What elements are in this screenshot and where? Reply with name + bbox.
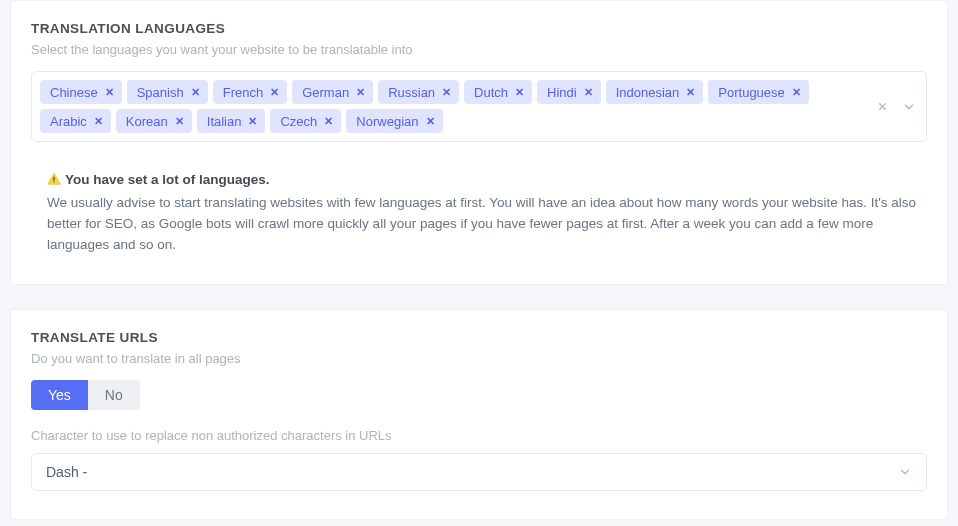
chevron-down-icon[interactable] [902,100,916,114]
language-tag-label: Korean [126,115,168,128]
remove-language-icon[interactable]: ✕ [191,87,200,98]
language-tag: Hindi✕ [537,80,601,104]
language-tag-label: Chinese [50,86,98,99]
language-tag-label: Italian [207,115,242,128]
remove-language-icon[interactable]: ✕ [270,87,279,98]
warning-icon [47,172,61,193]
remove-language-icon[interactable]: ✕ [792,87,801,98]
language-tag: Spanish✕ [127,80,208,104]
language-tag-label: German [302,86,349,99]
language-tag: Arabic✕ [40,109,111,133]
remove-language-icon[interactable]: ✕ [686,87,695,98]
remove-language-icon[interactable]: ✕ [426,116,435,127]
translation-languages-card: TRANSLATION LANGUAGES Select the languag… [10,0,948,285]
warning-body: We usually advise to start translating w… [47,193,919,256]
clear-all-icon[interactable] [877,101,888,112]
language-tag: French✕ [213,80,287,104]
remove-language-icon[interactable]: ✕ [356,87,365,98]
yes-button[interactable]: Yes [31,380,88,410]
language-tag-label: French [223,86,263,99]
svg-point-0 [53,181,54,182]
language-tag: Czech✕ [270,109,341,133]
warning-heading: You have set a lot of languages. [65,172,270,187]
remove-language-icon[interactable]: ✕ [248,116,257,127]
url-char-select[interactable]: Dash - [31,453,927,491]
section-title: TRANSLATION LANGUAGES [31,21,927,36]
language-tag-label: Dutch [474,86,508,99]
no-button[interactable]: No [88,380,140,410]
language-tag: Korean✕ [116,109,192,133]
remove-language-icon[interactable]: ✕ [94,116,103,127]
url-char-label: Character to use to replace non authoriz… [31,428,927,443]
section-subtitle: Select the languages you want your websi… [31,42,927,57]
language-tag: Russian✕ [378,80,459,104]
language-tag-label: Czech [280,115,317,128]
chevron-down-icon [898,465,912,479]
language-tag: Chinese✕ [40,80,122,104]
language-tag: Portuguese✕ [708,80,809,104]
remove-language-icon[interactable]: ✕ [175,116,184,127]
language-tag-label: Norwegian [356,115,418,128]
language-tag-label: Russian [388,86,435,99]
translate-urls-card: TRANSLATE URLS Do you want to translate … [10,309,948,520]
translate-urls-toggle: Yes No [31,380,140,410]
language-tag-label: Indonesian [616,86,680,99]
language-tag: Indonesian✕ [606,80,704,104]
remove-language-icon[interactable]: ✕ [105,87,114,98]
language-multiselect[interactable]: Chinese✕Spanish✕French✕German✕Russian✕Du… [31,71,927,142]
language-tag-label: Spanish [137,86,184,99]
language-tag-label: Arabic [50,115,87,128]
language-tag: Norwegian✕ [346,109,442,133]
remove-language-icon[interactable]: ✕ [515,87,524,98]
language-tag: Dutch✕ [464,80,532,104]
remove-language-icon[interactable]: ✕ [442,87,451,98]
warning-message: You have set a lot of languages. We usua… [47,170,919,256]
remove-language-icon[interactable]: ✕ [324,116,333,127]
section-subtitle: Do you want to translate in all pages [31,351,927,366]
language-tag-label: Portuguese [718,86,785,99]
remove-language-icon[interactable]: ✕ [584,87,593,98]
language-tag: German✕ [292,80,373,104]
language-tag: Italian✕ [197,109,266,133]
section-title: TRANSLATE URLS [31,330,927,345]
language-tag-label: Hindi [547,86,577,99]
select-value: Dash - [46,464,87,480]
